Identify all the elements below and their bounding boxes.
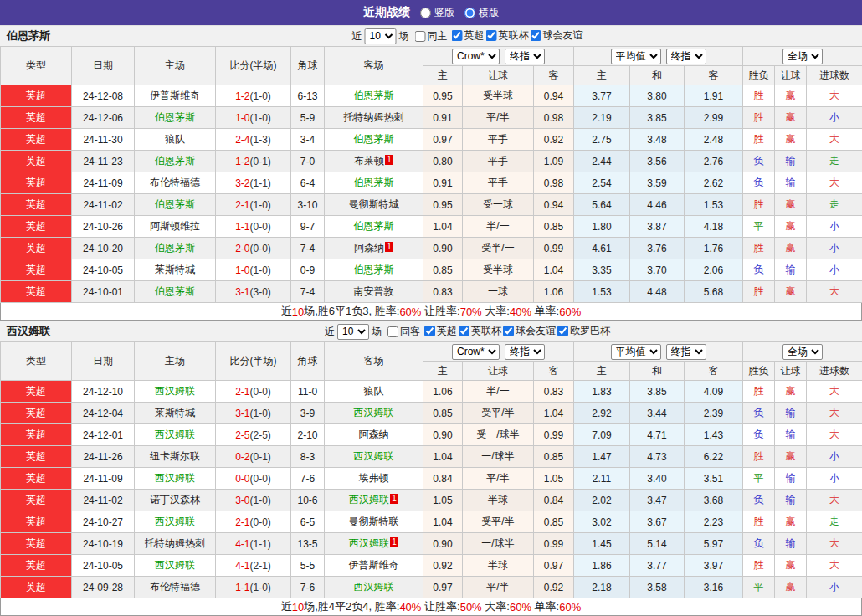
league-checkbox[interactable] [486, 30, 497, 41]
date-cell: 24-10-05 [72, 555, 135, 577]
odds-handicap-cell: 半/一 [463, 381, 534, 403]
result-goals-cell: 大 [807, 129, 862, 151]
team-header-row: 西汉姆联 近 10 场 同客 英超英联杯球会友谊欧罗巴杯 [0, 321, 862, 341]
league-cell: 英超 [1, 107, 72, 129]
home-team-name: 狼队 [165, 133, 185, 145]
league-filter[interactable]: 英联杯 [457, 324, 501, 338]
halftime-score: (0-0) [250, 243, 271, 254]
league-checkbox[interactable] [531, 30, 541, 41]
league-checkbox[interactable] [459, 326, 469, 336]
league-filter[interactable]: 英超 [450, 28, 485, 43]
league-filter[interactable]: 欧罗巴杯 [556, 324, 610, 338]
result-handicap-cell: 赢 [775, 238, 807, 259]
same-venue-filter[interactable]: 同主 [412, 29, 448, 44]
league-filter[interactable]: 球会友谊 [501, 324, 556, 338]
result-outcome-cell: 胜 [743, 511, 775, 533]
fulltime-score: 1-0 [235, 264, 249, 276]
halftime-score: (1-0) [250, 495, 271, 506]
match-row: 英超 24-11-02 伯恩茅斯 2-1(1-0) 3-10 曼彻斯特城 0.9… [1, 194, 862, 216]
avg-draw-cell: 5.14 [630, 533, 685, 555]
average-select[interactable]: 平均值 [611, 49, 661, 64]
fulltime-score: 1-1 [235, 582, 249, 593]
date-cell: 24-10-19 [72, 533, 135, 555]
bookmaker-select[interactable]: Crow* [452, 344, 500, 360]
final-avg-select[interactable]: 终指 [666, 344, 706, 360]
same-venue-checkbox[interactable] [387, 326, 398, 337]
vertical-layout-radio[interactable] [420, 8, 431, 18]
fulltime-score: 0-0 [235, 473, 249, 485]
odds-home-cell: 0.84 [423, 468, 463, 490]
average-select[interactable]: 平均值 [611, 344, 661, 360]
result-goals-cell: 大 [807, 381, 862, 403]
home-team-name: 伯恩茅斯 [155, 155, 195, 167]
fulltime-score: 1-2 [235, 156, 249, 167]
odds-handicap-cell: 半球 [463, 555, 534, 577]
away-team-cell: 曼彻斯特联 [325, 511, 423, 533]
games-count-select[interactable]: 10 [365, 28, 397, 44]
league-checkbox[interactable] [557, 326, 568, 336]
fulltime-select[interactable]: 全场 [782, 344, 823, 360]
summary-segment: 场,胜4平2负4, 胜率: [304, 599, 399, 614]
league-checkbox[interactable] [452, 30, 463, 41]
odds-away-cell: 0.94 [534, 85, 574, 107]
avg-away-cell: 3.68 [685, 490, 743, 511]
date-cell: 24-12-06 [72, 107, 135, 129]
fulltime-select[interactable]: 全场 [782, 49, 823, 64]
result-goals-cell: 走 [807, 511, 862, 533]
final-odds-select[interactable]: 终指 [505, 344, 545, 360]
same-venue-checkbox[interactable] [415, 31, 426, 42]
same-venue-filter[interactable]: 同客 [384, 325, 420, 339]
league-cell: 英超 [1, 424, 72, 446]
summary-segment: 60% [510, 601, 531, 613]
league-filter[interactable]: 英联杯 [485, 28, 529, 43]
odds-home-cell: 0.95 [423, 194, 463, 216]
odds-away-cell: 1.04 [534, 403, 574, 424]
avg-draw-cell: 3.70 [630, 259, 685, 281]
final-avg-select[interactable]: 终指 [666, 49, 706, 64]
home-team-cell: 狼队 [135, 129, 216, 151]
league-label: 英超 [26, 155, 46, 167]
league-filter[interactable]: 英超 [423, 324, 457, 338]
matches-table: 类型 日期 主场 比分(半场) 角球 客场 Crow*终指 平均值终指 全场 [0, 341, 862, 598]
result-outcome-cell: 负 [743, 490, 775, 511]
avg-away-cell: 3.16 [685, 577, 743, 598]
league-cell: 英超 [1, 490, 72, 511]
result-outcome-cell: 胜 [743, 555, 775, 577]
layout-option-vertical[interactable]: 竖版 [420, 6, 454, 20]
league-checkbox[interactable] [503, 326, 514, 336]
league-cell: 英超 [1, 281, 72, 303]
league-cell: 英超 [1, 555, 72, 577]
sub-col-header: 主 [574, 66, 630, 85]
fulltime-score: 4-1 [235, 538, 249, 550]
fulltime-score: 1-1 [235, 221, 249, 233]
final-odds-select[interactable]: 终指 [505, 49, 545, 64]
summary-row: 近10场,胜4平2负4, 胜率:40% 让胜率:50% 大率:60% 单率:60… [0, 598, 862, 616]
home-team-cell: 托特纳姆热刺 [135, 533, 216, 555]
horizontal-layout-radio[interactable] [464, 8, 475, 18]
filter-bar: 近 10 场 同客 英超英联杯球会友谊欧罗巴杯 [325, 324, 613, 340]
main-col-header: 类型 [1, 47, 72, 85]
odds-home-cell: 0.90 [423, 238, 463, 259]
match-row: 英超 24-10-01 伯恩茅斯 3-1(3-0) 7-4 南安普敦 0.83 … [1, 281, 862, 303]
date-cell: 24-12-08 [72, 85, 135, 107]
team-section: 伯恩茅斯 近 10 场 同主 英超英联杯球会友谊 [0, 25, 862, 321]
date-cell: 24-10-27 [72, 511, 135, 533]
avg-away-cell: 4.18 [685, 216, 743, 238]
sub-col-header: 客 [534, 66, 574, 85]
main-col-header: 比分(半场) [216, 342, 291, 381]
home-team-name: 托特纳姆热刺 [145, 537, 205, 549]
league-filter-label: 球会友谊 [543, 28, 583, 43]
layout-option-horizontal[interactable]: 横版 [464, 6, 499, 20]
result-goals-cell: 小 [807, 468, 862, 490]
summary-segment: 10 [292, 305, 304, 318]
summary-segment: 40% [399, 601, 421, 613]
games-count-select[interactable]: 10 [337, 324, 369, 340]
bookmaker-select[interactable]: Crow* [452, 49, 500, 64]
home-team-cell: 西汉姆联 [135, 511, 216, 533]
away-red-card-badge: 1 [385, 155, 393, 165]
fulltime-score: 2-0 [235, 243, 249, 254]
league-checkbox[interactable] [424, 326, 435, 336]
league-filter[interactable]: 球会友谊 [529, 28, 583, 43]
halftime-score: (0-0) [250, 516, 271, 528]
result-handicap-cell: 赢 [775, 381, 807, 403]
